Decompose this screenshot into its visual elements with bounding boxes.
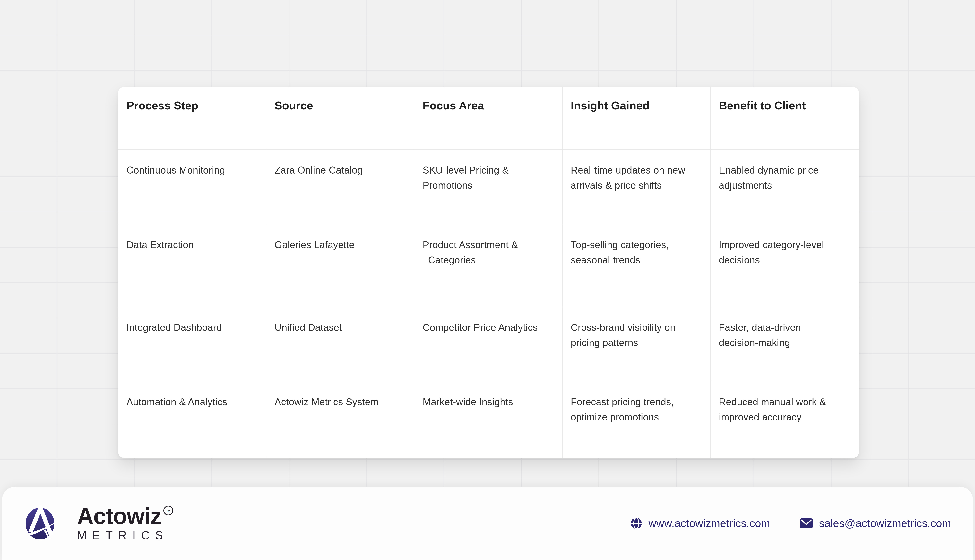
table-cell: Actowiz Metrics System	[266, 382, 415, 458]
table-cell: Competitor Price Analytics	[414, 307, 563, 382]
table-cell: Cross-brand visibility on pricing patter…	[563, 307, 711, 382]
table-cell: Improved category-level decisions	[711, 224, 859, 307]
page-background: Process Step Source Focus Area Insight G…	[0, 0, 975, 560]
table-cell: Unified Dataset	[266, 307, 415, 382]
brand-name: Actowiz	[77, 505, 162, 527]
table-cell: Data Extraction	[118, 224, 266, 307]
mail-icon	[800, 518, 813, 529]
table-cell: Faster, data-driven decision-making	[711, 307, 859, 382]
table-cell: Real-time updates on new arrivals & pric…	[563, 150, 711, 224]
email-link[interactable]: sales@actowizmetrics.com	[800, 517, 951, 530]
column-header-benefit-to-client: Benefit to Client	[711, 87, 859, 150]
website-link[interactable]: www.actowizmetrics.com	[630, 517, 770, 530]
table-cell: Top-selling categories, seasonal trends	[563, 224, 711, 307]
comparison-table: Process Step Source Focus Area Insight G…	[118, 87, 859, 458]
table-cell: Market-wide Insights	[414, 382, 563, 458]
column-header-source: Source	[266, 87, 415, 150]
column-header-process-step: Process Step	[118, 87, 266, 150]
globe-icon	[630, 517, 643, 530]
table-cell: Continuous Monitoring	[118, 150, 266, 224]
table-cell: Integrated Dashboard	[118, 307, 266, 382]
table-cell: Enabled dynamic price adjustments	[711, 150, 859, 224]
footer-bar: Actowiz TM METRICS www.actowizmetrics.co…	[2, 487, 973, 560]
table-cell: Automation & Analytics	[118, 382, 266, 458]
brand-logo: Actowiz TM METRICS	[23, 505, 173, 542]
table-cell: SKU-level Pricing & Promotions	[414, 150, 563, 224]
table-cell: Forecast pricing trends, optimize promot…	[563, 382, 711, 458]
brand-wordmark: Actowiz TM METRICS	[77, 505, 173, 541]
brand-subtitle: METRICS	[77, 530, 173, 541]
email-link-label: sales@actowizmetrics.com	[819, 517, 951, 530]
table-cell: Reduced manual work & improved accuracy	[711, 382, 859, 458]
website-link-label: www.actowizmetrics.com	[649, 517, 770, 530]
table-cell: Zara Online Catalog	[266, 150, 415, 224]
actowiz-a-logo-icon	[23, 505, 68, 542]
column-header-focus-area: Focus Area	[414, 87, 563, 150]
table-cell: Product Assortment & Categories	[414, 224, 563, 307]
trademark-badge: TM	[164, 506, 173, 515]
footer-links: www.actowizmetrics.com sales@actowizmetr…	[630, 517, 951, 530]
table-cell: Galeries Lafayette	[266, 224, 415, 307]
column-header-insight-gained: Insight Gained	[563, 87, 711, 150]
